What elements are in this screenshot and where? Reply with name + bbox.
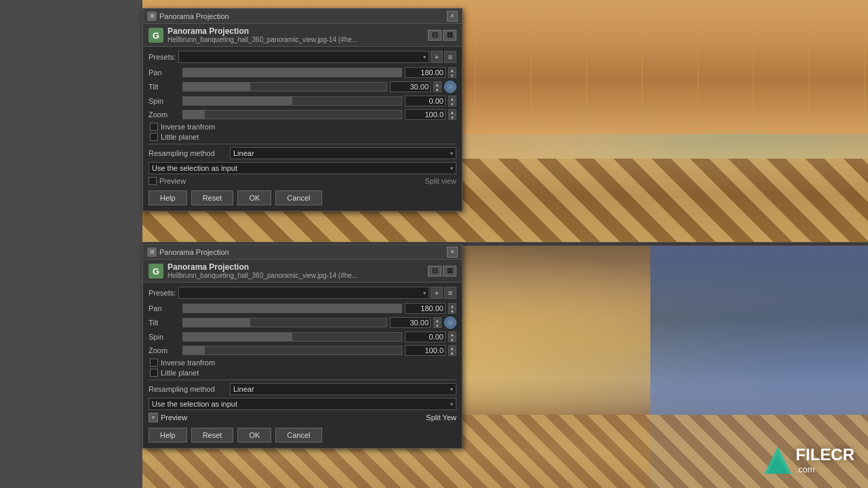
pan-spin-up[interactable]: ▴ — [448, 67, 456, 73]
presets-dropdown[interactable]: ▾ — [178, 51, 429, 63]
resampling-label: Resampling method — [149, 149, 230, 157]
presets-manage-button-b[interactable]: ≡ — [444, 287, 456, 299]
dialog-bottom-pan-row: Pan ▴ ▾ — [149, 303, 456, 314]
ok-button[interactable]: OK — [237, 190, 271, 205]
dialog-bottom-icon-btn-2[interactable]: ⊠ — [443, 266, 456, 277]
little-planet-label: Little planet — [161, 133, 199, 141]
tilt-value-input[interactable] — [390, 81, 431, 92]
pan-spin-buttons-b: ▴ ▾ — [448, 303, 456, 314]
dialog-top-header-info: Panorama Projection Hellbrunn_banqueting… — [167, 26, 357, 43]
spin-slider[interactable] — [182, 96, 402, 106]
preview-x-button[interactable]: × — [149, 413, 158, 422]
tilt-value-input-b[interactable] — [390, 317, 431, 328]
dialog-top-zoom-row: Zoom ▴ ▾ — [149, 109, 456, 120]
presets-label: Presets: — [149, 53, 176, 61]
cancel-button[interactable]: Cancel — [275, 190, 321, 205]
dialog-bottom-title-left: ⊞ Panorama Projection — [147, 247, 229, 257]
spin-value-input-b[interactable] — [405, 331, 446, 342]
tilt-slider-b[interactable] — [182, 318, 387, 327]
inverse-transform-checkbox[interactable] — [150, 123, 158, 131]
cancel-button-b[interactable]: Cancel — [275, 428, 321, 443]
preview-checkbox[interactable] — [149, 177, 157, 185]
dialog-bottom-resampling-row: Resampling method Linear ▾ — [149, 383, 456, 395]
spin-spin-up[interactable]: ▴ — [448, 96, 456, 101]
spin-spin-down[interactable]: ▾ — [448, 101, 456, 106]
pan-spin-down-b[interactable]: ▾ — [448, 308, 456, 314]
presets-add-button[interactable]: + — [431, 51, 443, 63]
spin-slider-b[interactable] — [182, 332, 402, 342]
spin-label-b: Spin — [149, 333, 182, 341]
gimp-logo: G — [149, 28, 163, 43]
inverse-transform-checkbox-b[interactable] — [150, 359, 158, 367]
dialog-bottom-header: G Panorama Projection Hellbrunn_banqueti… — [143, 260, 462, 283]
preview-label: Preview — [159, 177, 186, 185]
little-planet-checkbox[interactable] — [150, 133, 158, 141]
tilt-rotate-button[interactable] — [444, 81, 456, 93]
resampling-dropdown-b[interactable]: Linear ▾ — [230, 383, 456, 395]
dialog-bottom-plugin-title: Panorama Projection — [167, 262, 357, 272]
tilt-spin-up[interactable]: ▴ — [433, 81, 441, 87]
presets-chevron-icon-b: ▾ — [423, 290, 426, 296]
zoom-spin-buttons: ▴ ▾ — [448, 109, 456, 120]
reset-button[interactable]: Reset — [191, 190, 234, 205]
help-button-b[interactable]: Help — [149, 428, 187, 443]
pan-slider-b[interactable] — [182, 304, 402, 313]
dialog-bottom-icon-btn-1[interactable]: ⊟ — [428, 266, 441, 277]
dialog-top-selection-dropdown[interactable]: Use the selection as input ▾ — [149, 162, 456, 174]
spin-spin-down-b[interactable]: ▾ — [448, 337, 456, 342]
dialog-bottom-tilt-row: Tilt ▴ ▾ — [149, 317, 456, 329]
tilt-spin-down-b[interactable]: ▾ — [433, 323, 441, 328]
zoom-value-input[interactable] — [405, 109, 446, 120]
tilt-spin-down[interactable]: ▾ — [433, 87, 441, 92]
presets-manage-button[interactable]: ≡ — [444, 51, 456, 63]
reset-button-b[interactable]: Reset — [191, 428, 234, 443]
zoom-slider-container-b: ▴ ▾ — [182, 345, 456, 356]
dialog-bottom-header-left: G Panorama Projection Hellbrunn_banqueti… — [149, 262, 357, 279]
ok-button-b[interactable]: OK — [237, 428, 271, 443]
selection-value: Use the selection as input — [152, 164, 237, 172]
zoom-spin-up-b[interactable]: ▴ — [448, 345, 456, 350]
tilt-rotate-button-b[interactable] — [444, 317, 456, 329]
gimp-logo-bottom: G — [149, 264, 163, 279]
dialog-top-tilt-row: Tilt ▴ ▾ — [149, 81, 456, 93]
dialog-bottom-header-info: Panorama Projection Hellbrunn_banqueting… — [167, 262, 357, 279]
presets-dropdown-b[interactable]: ▾ — [178, 287, 429, 299]
dialog-bottom-preview-row: × Preview Split Yew — [149, 413, 456, 422]
dialog-top-close-button[interactable]: × — [447, 11, 458, 22]
tilt-spin-up-b[interactable]: ▴ — [433, 317, 441, 323]
dialog-top-app-icon: ⊞ — [147, 12, 157, 21]
dialog-bottom-header-icons: ⊟ ⊠ — [428, 266, 456, 277]
help-button[interactable]: Help — [149, 190, 187, 205]
tilt-slider[interactable] — [182, 82, 387, 92]
zoom-spin-down[interactable]: ▾ — [448, 115, 456, 120]
presets-label-b: Presets: — [149, 289, 176, 297]
dialog-bottom-close-button[interactable]: × — [447, 247, 458, 258]
spin-slider-container: ▴ ▾ — [182, 96, 456, 106]
pan-value-input[interactable] — [405, 67, 446, 78]
dialog-bottom-selection-dropdown[interactable]: Use the selection as input ▾ — [149, 398, 456, 410]
spin-value-input[interactable] — [405, 96, 446, 106]
pan-slider-container-b: ▴ ▾ — [182, 303, 456, 314]
pan-value-input-b[interactable] — [405, 303, 446, 314]
zoom-slider-b[interactable] — [182, 346, 402, 355]
zoom-value-input-b[interactable] — [405, 345, 446, 356]
panorama-dialog-bottom: ⊞ Panorama Projection × G Panorama Proje… — [142, 244, 462, 449]
preview-label-b: Preview — [161, 413, 187, 422]
resampling-dropdown[interactable]: Linear ▾ — [230, 147, 456, 159]
inverse-transform-label-b: Inverse tranfrom — [161, 359, 215, 367]
zoom-spin-down-b[interactable]: ▾ — [448, 350, 456, 356]
pan-spin-up-b[interactable]: ▴ — [448, 303, 456, 308]
dialog-top-title-text: Panorama Projection — [159, 12, 229, 20]
little-planet-checkbox-b[interactable] — [150, 369, 158, 377]
spin-spin-up-b[interactable]: ▴ — [448, 331, 456, 337]
zoom-spin-up[interactable]: ▴ — [448, 109, 456, 115]
dialog-top-icon-btn-2[interactable]: ⊠ — [443, 30, 456, 41]
dialog-top-spin-row: Spin ▴ ▾ — [149, 96, 456, 106]
dialog-top-header-left: G Panorama Projection Hellbrunn_banqueti… — [149, 26, 357, 43]
pan-slider[interactable] — [182, 68, 402, 77]
presets-add-button-b[interactable]: + — [431, 287, 443, 299]
zoom-slider[interactable] — [182, 110, 402, 119]
pan-spin-down[interactable]: ▾ — [448, 73, 456, 78]
resampling-value-b: Linear — [233, 385, 254, 393]
dialog-top-icon-btn-1[interactable]: ⊟ — [428, 30, 441, 41]
